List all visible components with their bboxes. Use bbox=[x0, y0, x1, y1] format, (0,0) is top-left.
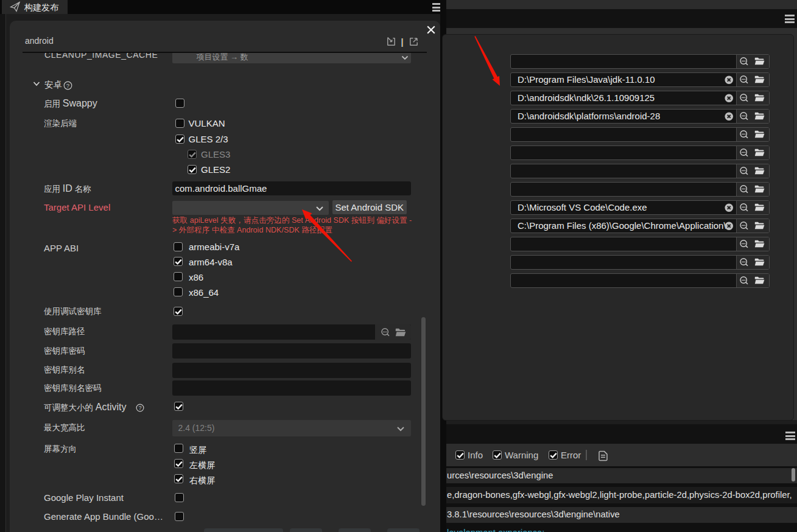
svg-text:?: ? bbox=[66, 82, 69, 89]
svg-text:?: ? bbox=[138, 405, 141, 411]
